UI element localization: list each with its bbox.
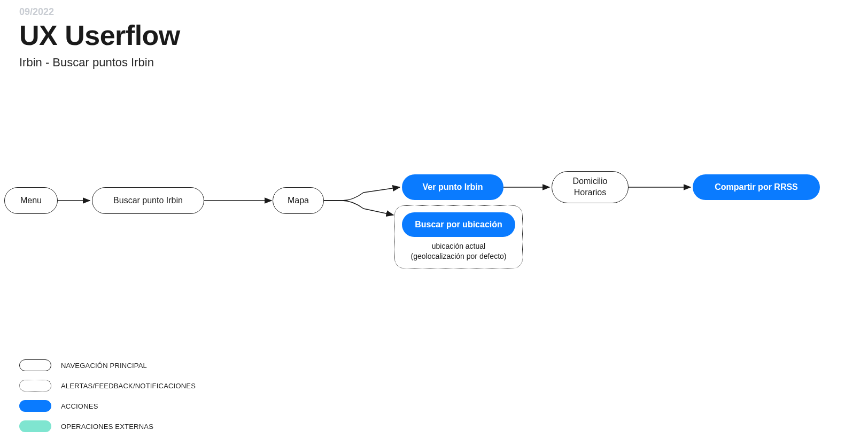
legend-swatch-action (19, 400, 51, 412)
legend-label-action: ACCIONES (61, 402, 98, 410)
node-buscar-ubicacion-label: Buscar por ubicación (415, 219, 502, 231)
node-domicilio-line1: Domicilio (573, 177, 608, 186)
legend-swatch-nav (19, 359, 51, 371)
legend-row-external: OPERACIONES EXTERNAS (19, 420, 196, 432)
node-mapa: Mapa (273, 187, 324, 214)
legend-swatch-feedback (19, 380, 51, 392)
node-menu-label: Menu (20, 195, 42, 206)
node-compartir-label: Compartir por RRSS (715, 182, 798, 193)
node-ver-punto-label: Ver punto Irbin (423, 182, 483, 193)
legend-row-action: ACCIONES (19, 400, 196, 412)
legend-label-feedback: ALERTAS/FEEDBACK/NOTIFICACIONES (61, 382, 196, 390)
node-ver-punto-irbin: Ver punto Irbin (402, 174, 503, 200)
node-menu: Menu (4, 187, 58, 214)
legend-row-feedback: ALERTAS/FEEDBACK/NOTIFICACIONES (19, 380, 196, 392)
legend-label-external: OPERACIONES EXTERNAS (61, 423, 153, 431)
legend-label-nav: NAVEGACIÓN PRINCIPAL (61, 362, 147, 370)
node-domicilio-horarios: Domicilio Horarios (552, 171, 629, 203)
node-buscar-ubicacion-group: Buscar por ubicación ubicación actual(ge… (394, 205, 523, 268)
legend-row-nav: NAVEGACIÓN PRINCIPAL (19, 359, 196, 371)
legend: NAVEGACIÓN PRINCIPAL ALERTAS/FEEDBACK/NO… (19, 359, 196, 432)
node-buscar-por-ubicacion: Buscar por ubicación (402, 212, 515, 237)
node-buscar-punto-irbin: Buscar punto Irbin (92, 187, 204, 214)
node-compartir-rrss: Compartir por RRSS (693, 174, 820, 200)
node-domicilio-label: Domicilio Horarios (573, 176, 608, 198)
node-buscar-ubicacion-caption: ubicación actual(geolocalización por def… (411, 241, 507, 262)
node-mapa-label: Mapa (288, 195, 309, 206)
node-buscar-punto-label: Buscar punto Irbin (113, 195, 183, 206)
legend-swatch-external (19, 420, 51, 432)
node-domicilio-line2: Horarios (574, 188, 606, 197)
